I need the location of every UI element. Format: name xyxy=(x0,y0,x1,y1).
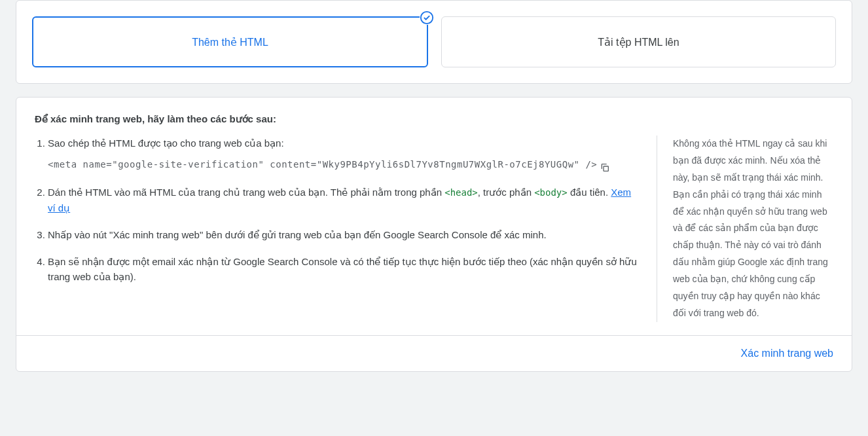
tabs-row: Thêm thẻ HTML Tải tệp HTML lên xyxy=(32,16,836,67)
tab-add-html[interactable]: Thêm thẻ HTML xyxy=(32,16,428,67)
step-4: Bạn sẽ nhận được một email xác nhận từ G… xyxy=(48,254,637,285)
step-text-part: đầu tiên. xyxy=(568,187,611,198)
instructions-panel: Để xác minh trang web, hãy làm theo các … xyxy=(16,97,852,372)
svg-rect-1 xyxy=(604,166,608,171)
step-2: Dán thẻ HTML vào mã HTML của trang chủ t… xyxy=(48,185,637,215)
meta-tag-code: <meta name="google-site-verification" co… xyxy=(48,157,637,173)
checkmark-icon xyxy=(420,10,434,25)
tab-upload-html[interactable]: Tải tệp HTML lên xyxy=(441,16,836,67)
copy-icon[interactable] xyxy=(600,162,610,173)
svg-point-0 xyxy=(421,12,433,24)
tab-label: Tải tệp HTML lên xyxy=(598,36,679,48)
code-text: <meta name="google-site-verification" co… xyxy=(48,157,597,173)
instructions-heading: Để xác minh trang web, hãy làm theo các … xyxy=(35,113,833,125)
step-3: Nhấp vào nút "Xác minh trang web" bên dư… xyxy=(48,227,637,242)
card-footer: Xác minh trang web xyxy=(16,335,852,371)
sidebar-note: Không xóa thẻ HTML ngay cả sau khi bạn đ… xyxy=(657,136,833,322)
step-text-part: , trước phần xyxy=(478,187,534,198)
inline-code-head: <head> xyxy=(444,187,478,198)
steps-column: Sao chép thẻ HTML được tạo cho trang web… xyxy=(35,136,657,322)
note-text: Không xóa thẻ HTML ngay cả sau khi bạn đ… xyxy=(673,138,828,318)
step-text-part: Dán thẻ HTML vào mã HTML của trang chủ t… xyxy=(48,187,444,198)
step-text: Bạn sẽ nhận được một email xác nhận từ G… xyxy=(48,256,637,282)
verify-website-button[interactable]: Xác minh trang web xyxy=(741,348,833,359)
step-text: Nhấp vào nút "Xác minh trang web" bên dư… xyxy=(48,229,547,240)
step-1: Sao chép thẻ HTML được tạo cho trang web… xyxy=(48,136,637,173)
step-text: Sao chép thẻ HTML được tạo cho trang web… xyxy=(48,137,284,149)
tabs-panel: Thêm thẻ HTML Tải tệp HTML lên xyxy=(16,0,852,84)
tab-label: Thêm thẻ HTML xyxy=(192,36,268,48)
inline-code-body: <body> xyxy=(534,187,568,198)
